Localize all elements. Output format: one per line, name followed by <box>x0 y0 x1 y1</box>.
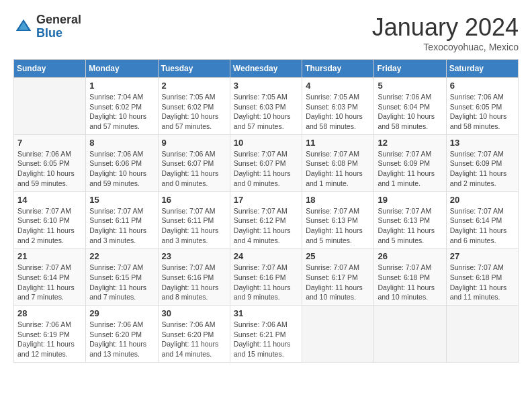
calendar-cell: 29Sunrise: 7:06 AMSunset: 6:20 PMDayligh… <box>86 306 158 363</box>
calendar-cell: 17Sunrise: 7:07 AMSunset: 6:12 PMDayligh… <box>230 191 302 248</box>
day-info: Sunrise: 7:07 AMSunset: 6:13 PMDaylight:… <box>378 206 442 246</box>
day-number: 23 <box>162 251 226 261</box>
day-info: Sunrise: 7:07 AMSunset: 6:11 PMDaylight:… <box>162 206 226 246</box>
day-info: Sunrise: 7:06 AMSunset: 6:19 PMDaylight:… <box>17 320 82 359</box>
day-info: Sunrise: 7:06 AMSunset: 6:06 PMDaylight:… <box>89 149 154 189</box>
calendar-cell: 11Sunrise: 7:07 AMSunset: 6:08 PMDayligh… <box>302 134 374 191</box>
day-number: 7 <box>17 138 82 148</box>
day-number: 19 <box>378 195 442 205</box>
month-title: January 2024 <box>372 13 519 42</box>
day-number: 20 <box>450 195 515 205</box>
day-info: Sunrise: 7:07 AMSunset: 6:15 PMDaylight:… <box>89 263 154 302</box>
title-section: January 2024 Texocoyohuac, Mexico <box>372 13 519 52</box>
calendar-cell: 10Sunrise: 7:07 AMSunset: 6:07 PMDayligh… <box>230 134 302 191</box>
calendar-cell: 26Sunrise: 7:07 AMSunset: 6:18 PMDayligh… <box>374 248 446 306</box>
day-info: Sunrise: 7:07 AMSunset: 6:17 PMDaylight:… <box>306 263 370 302</box>
day-info: Sunrise: 7:07 AMSunset: 6:11 PMDaylight:… <box>89 206 154 246</box>
day-number: 8 <box>89 138 154 148</box>
day-info: Sunrise: 7:07 AMSunset: 6:14 PMDaylight:… <box>17 263 82 302</box>
logo-icon <box>13 17 34 37</box>
calendar-cell: 2Sunrise: 7:05 AMSunset: 6:02 PMDaylight… <box>158 78 230 135</box>
day-number: 3 <box>234 81 298 91</box>
calendar-cell: 21Sunrise: 7:07 AMSunset: 6:14 PMDayligh… <box>14 248 86 306</box>
calendar-week-row: 1Sunrise: 7:04 AMSunset: 6:02 PMDaylight… <box>14 78 519 135</box>
calendar-cell: 24Sunrise: 7:07 AMSunset: 6:16 PMDayligh… <box>230 248 302 306</box>
day-info: Sunrise: 7:07 AMSunset: 6:18 PMDaylight:… <box>450 263 515 302</box>
day-number: 22 <box>89 251 154 261</box>
day-number: 28 <box>17 308 82 318</box>
calendar-cell: 1Sunrise: 7:04 AMSunset: 6:02 PMDaylight… <box>86 78 158 135</box>
day-number: 31 <box>234 308 298 318</box>
calendar-cell: 23Sunrise: 7:07 AMSunset: 6:16 PMDayligh… <box>158 248 230 306</box>
day-info: Sunrise: 7:07 AMSunset: 6:10 PMDaylight:… <box>17 206 82 246</box>
day-info: Sunrise: 7:07 AMSunset: 6:08 PMDaylight:… <box>306 149 370 189</box>
day-info: Sunrise: 7:05 AMSunset: 6:03 PMDaylight:… <box>234 92 298 132</box>
weekday-header-friday: Friday <box>374 60 446 78</box>
day-number: 27 <box>450 251 515 261</box>
day-number: 17 <box>234 195 298 205</box>
day-number: 21 <box>17 251 82 261</box>
day-info: Sunrise: 7:07 AMSunset: 6:14 PMDaylight:… <box>450 206 515 246</box>
calendar-cell: 13Sunrise: 7:07 AMSunset: 6:09 PMDayligh… <box>446 134 518 191</box>
day-number: 26 <box>378 251 442 261</box>
day-info: Sunrise: 7:06 AMSunset: 6:20 PMDaylight:… <box>89 320 154 359</box>
calendar-cell: 4Sunrise: 7:05 AMSunset: 6:03 PMDaylight… <box>302 78 374 135</box>
day-number: 14 <box>17 195 82 205</box>
calendar-cell: 3Sunrise: 7:05 AMSunset: 6:03 PMDaylight… <box>230 78 302 135</box>
day-number: 15 <box>89 195 154 205</box>
day-number: 11 <box>306 138 370 148</box>
calendar-table: SundayMondayTuesdayWednesdayThursdayFrid… <box>13 59 519 363</box>
calendar-week-row: 28Sunrise: 7:06 AMSunset: 6:19 PMDayligh… <box>14 306 519 363</box>
day-info: Sunrise: 7:07 AMSunset: 6:07 PMDaylight:… <box>234 149 298 189</box>
day-number: 25 <box>306 251 370 261</box>
day-info: Sunrise: 7:04 AMSunset: 6:02 PMDaylight:… <box>89 92 154 132</box>
logo-blue: Blue <box>36 26 62 40</box>
calendar-cell: 31Sunrise: 7:06 AMSunset: 6:21 PMDayligh… <box>230 306 302 363</box>
day-info: Sunrise: 7:07 AMSunset: 6:16 PMDaylight:… <box>234 263 298 302</box>
day-number: 10 <box>234 138 298 148</box>
calendar-cell: 7Sunrise: 7:06 AMSunset: 6:05 PMDaylight… <box>14 134 86 191</box>
day-number: 9 <box>162 138 226 148</box>
logo-text: General Blue <box>36 13 81 40</box>
calendar-week-row: 14Sunrise: 7:07 AMSunset: 6:10 PMDayligh… <box>14 191 519 248</box>
weekday-header-saturday: Saturday <box>446 60 518 78</box>
day-info: Sunrise: 7:06 AMSunset: 6:05 PMDaylight:… <box>450 92 515 132</box>
day-number: 6 <box>450 81 515 91</box>
calendar-cell: 15Sunrise: 7:07 AMSunset: 6:11 PMDayligh… <box>86 191 158 248</box>
logo-general: General <box>36 13 81 26</box>
calendar-cell: 9Sunrise: 7:06 AMSunset: 6:07 PMDaylight… <box>158 134 230 191</box>
calendar-cell: 25Sunrise: 7:07 AMSunset: 6:17 PMDayligh… <box>302 248 374 306</box>
calendar-cell: 20Sunrise: 7:07 AMSunset: 6:14 PMDayligh… <box>446 191 518 248</box>
calendar-cell: 18Sunrise: 7:07 AMSunset: 6:13 PMDayligh… <box>302 191 374 248</box>
calendar-cell: 30Sunrise: 7:06 AMSunset: 6:20 PMDayligh… <box>158 306 230 363</box>
day-info: Sunrise: 7:07 AMSunset: 6:13 PMDaylight:… <box>306 206 370 246</box>
day-info: Sunrise: 7:06 AMSunset: 6:05 PMDaylight:… <box>17 149 82 189</box>
calendar-cell: 14Sunrise: 7:07 AMSunset: 6:10 PMDayligh… <box>14 191 86 248</box>
weekday-header-row: SundayMondayTuesdayWednesdayThursdayFrid… <box>14 60 519 78</box>
day-info: Sunrise: 7:05 AMSunset: 6:02 PMDaylight:… <box>162 92 226 132</box>
weekday-header-sunday: Sunday <box>14 60 86 78</box>
day-number: 18 <box>306 195 370 205</box>
calendar-cell: 12Sunrise: 7:07 AMSunset: 6:09 PMDayligh… <box>374 134 446 191</box>
calendar-cell <box>302 306 374 363</box>
weekday-header-tuesday: Tuesday <box>158 60 230 78</box>
weekday-header-thursday: Thursday <box>302 60 374 78</box>
day-info: Sunrise: 7:06 AMSunset: 6:04 PMDaylight:… <box>378 92 442 132</box>
day-info: Sunrise: 7:07 AMSunset: 6:16 PMDaylight:… <box>162 263 226 302</box>
day-info: Sunrise: 7:07 AMSunset: 6:09 PMDaylight:… <box>450 149 515 189</box>
calendar-cell: 5Sunrise: 7:06 AMSunset: 6:04 PMDaylight… <box>374 78 446 135</box>
day-number: 1 <box>89 81 154 91</box>
day-info: Sunrise: 7:06 AMSunset: 6:21 PMDaylight:… <box>234 320 298 359</box>
day-info: Sunrise: 7:07 AMSunset: 6:12 PMDaylight:… <box>234 206 298 246</box>
day-info: Sunrise: 7:05 AMSunset: 6:03 PMDaylight:… <box>306 92 370 132</box>
calendar-cell: 22Sunrise: 7:07 AMSunset: 6:15 PMDayligh… <box>86 248 158 306</box>
day-info: Sunrise: 7:06 AMSunset: 6:20 PMDaylight:… <box>162 320 226 359</box>
day-number: 2 <box>162 81 226 91</box>
calendar-cell: 19Sunrise: 7:07 AMSunset: 6:13 PMDayligh… <box>374 191 446 248</box>
page-header: General Blue January 2024 Texocoyohuac, … <box>13 13 519 52</box>
day-info: Sunrise: 7:07 AMSunset: 6:09 PMDaylight:… <box>378 149 442 189</box>
logo: General Blue <box>13 13 81 40</box>
day-number: 24 <box>234 251 298 261</box>
weekday-header-wednesday: Wednesday <box>230 60 302 78</box>
calendar-cell: 8Sunrise: 7:06 AMSunset: 6:06 PMDaylight… <box>86 134 158 191</box>
